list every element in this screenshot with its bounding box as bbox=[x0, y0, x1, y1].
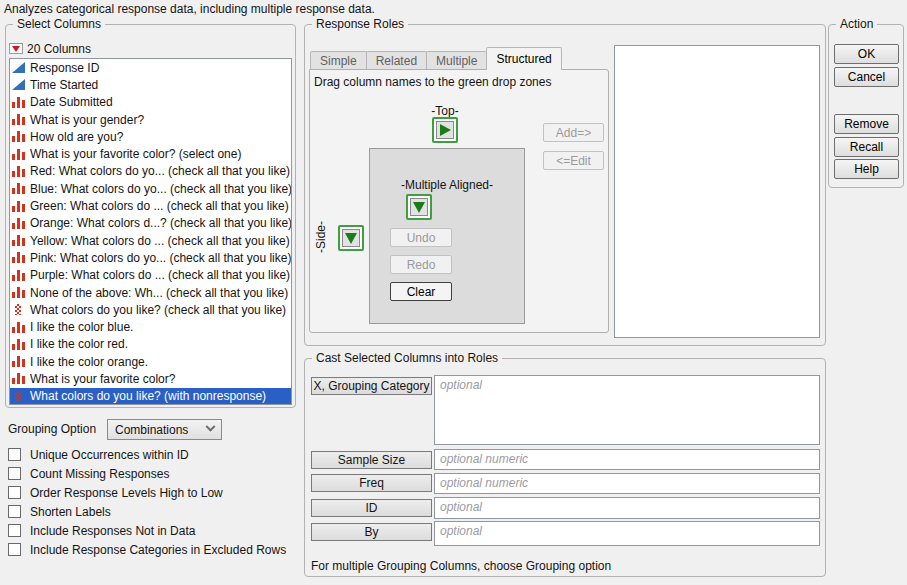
columns-list[interactable]: Response ID Time Started Date Submitted … bbox=[9, 58, 292, 405]
checkbox-row[interactable]: Shorten Labels bbox=[8, 504, 111, 519]
column-item-label: Yellow: What colors do ... (check all th… bbox=[30, 234, 290, 248]
checkbox-row[interactable]: Unique Occurrences within ID bbox=[8, 447, 189, 462]
grouping-option-dropdown[interactable]: Combinations bbox=[107, 419, 222, 440]
checkbox-count-missing[interactable] bbox=[8, 467, 21, 480]
checkbox-include-excluded-rows[interactable] bbox=[8, 543, 21, 556]
action-group: Action OK Cancel Remove Recall Help bbox=[828, 24, 904, 188]
edit-button[interactable]: <=Edit bbox=[543, 151, 604, 170]
checkbox-label: Unique Occurrences within ID bbox=[30, 448, 189, 462]
sample-size-box[interactable]: optional numeric bbox=[434, 449, 820, 470]
checkbox-include-responses[interactable] bbox=[8, 524, 21, 537]
column-item[interactable]: What colors do you like? (check all that… bbox=[10, 301, 291, 318]
multiple-response-icon bbox=[12, 391, 25, 402]
redo-button[interactable]: Redo bbox=[390, 255, 452, 274]
drop-zone-well bbox=[342, 229, 360, 247]
remove-button[interactable]: Remove bbox=[834, 114, 899, 134]
column-item[interactable]: Green: What colors do ... (check all tha… bbox=[10, 197, 291, 214]
nominal-icon bbox=[12, 114, 25, 125]
x-grouping-category-box[interactable]: optional bbox=[434, 375, 820, 445]
cancel-button[interactable]: Cancel bbox=[834, 67, 899, 87]
multiple-aligned-drop-zone[interactable] bbox=[406, 194, 432, 220]
clear-button[interactable]: Clear bbox=[390, 282, 452, 301]
response-roles-tabs: Simple Related Multiple Structured bbox=[310, 47, 562, 70]
tab-structured[interactable]: Structured bbox=[486, 47, 561, 70]
side-drop-zone[interactable] bbox=[338, 225, 364, 251]
column-item[interactable]: Blue: What colors do yo... (check all th… bbox=[10, 180, 291, 197]
action-title: Action bbox=[836, 17, 877, 31]
column-item[interactable]: What is your favorite color? bbox=[10, 370, 291, 387]
nominal-icon bbox=[12, 183, 25, 194]
nominal-icon bbox=[12, 166, 25, 177]
nominal-icon bbox=[12, 149, 25, 160]
tab-simple[interactable]: Simple bbox=[310, 51, 367, 69]
multiple-response-icon bbox=[12, 304, 25, 315]
sample-size-button[interactable]: Sample Size bbox=[311, 451, 432, 469]
response-roles-list[interactable] bbox=[614, 45, 820, 338]
nominal-icon bbox=[12, 201, 25, 212]
ok-button[interactable]: OK bbox=[834, 44, 899, 64]
continuous-icon bbox=[12, 62, 25, 73]
columns-count-label: 20 Columns bbox=[27, 42, 91, 56]
column-item[interactable]: Yellow: What colors do ... (check all th… bbox=[10, 232, 291, 249]
multiple-aligned-zone: -Multiple Aligned- Undo Redo Clear bbox=[369, 148, 525, 324]
checkbox-row[interactable]: Include Responses Not in Data bbox=[8, 523, 195, 538]
nominal-icon bbox=[12, 270, 25, 281]
help-button[interactable]: Help bbox=[834, 159, 899, 179]
tab-label: Simple bbox=[320, 54, 357, 68]
checkbox-row[interactable]: Include Response Categories in Excluded … bbox=[8, 542, 286, 557]
nominal-icon bbox=[12, 97, 25, 108]
grouping-footnote: For multiple Grouping Columns, choose Gr… bbox=[311, 559, 611, 573]
structured-tab-page: Drag column names to the green drop zone… bbox=[309, 69, 609, 333]
multiple-aligned-label: -Multiple Aligned- bbox=[370, 178, 524, 192]
nominal-icon bbox=[12, 252, 25, 263]
freq-button[interactable]: Freq bbox=[311, 474, 432, 492]
column-item[interactable]: What colors do you like? (with nonrespon… bbox=[10, 388, 291, 405]
column-item-label: Blue: What colors do yo... (check all th… bbox=[30, 182, 292, 196]
column-item[interactable]: I like the color orange. bbox=[10, 353, 291, 370]
nominal-icon bbox=[12, 131, 25, 142]
column-item[interactable]: Pink: What colors do yo... (check all th… bbox=[10, 249, 291, 266]
column-item-label: What is your gender? bbox=[30, 113, 144, 127]
undo-button[interactable]: Undo bbox=[390, 228, 452, 247]
tab-multiple[interactable]: Multiple bbox=[426, 51, 487, 69]
recall-button[interactable]: Recall bbox=[834, 137, 899, 157]
tab-related[interactable]: Related bbox=[366, 51, 427, 69]
column-item[interactable]: I like the color blue. bbox=[10, 318, 291, 335]
by-box[interactable]: optional bbox=[434, 521, 820, 546]
top-drop-zone[interactable] bbox=[432, 117, 458, 143]
column-item[interactable]: How old are you? bbox=[10, 128, 291, 145]
response-roles-group: Response Roles Simple Related Multiple S… bbox=[304, 24, 826, 346]
column-item[interactable]: What is your favorite color? (select one… bbox=[10, 145, 291, 162]
column-item[interactable]: Purple: What colors do ... (check all th… bbox=[10, 267, 291, 284]
column-item-label: Purple: What colors do ... (check all th… bbox=[30, 268, 290, 282]
add-button[interactable]: Add=> bbox=[543, 123, 604, 142]
nominal-icon bbox=[12, 322, 25, 333]
freq-box[interactable]: optional numeric bbox=[434, 473, 820, 494]
column-item[interactable]: Red: What colors do yo... (check all tha… bbox=[10, 163, 291, 180]
red-triangle-icon[interactable] bbox=[9, 43, 23, 54]
column-item-label: What colors do you like? (check all that… bbox=[30, 303, 286, 317]
id-box[interactable]: optional bbox=[434, 497, 820, 519]
checkbox-shorten-labels[interactable] bbox=[8, 505, 21, 518]
column-item[interactable]: Date Submitted bbox=[10, 94, 291, 111]
nominal-icon bbox=[12, 218, 25, 229]
column-item[interactable]: I like the color red. bbox=[10, 336, 291, 353]
column-item[interactable]: Orange: What colors d...? (check all tha… bbox=[10, 215, 291, 232]
column-item[interactable]: Time Started bbox=[10, 76, 291, 93]
checkbox-order-response-levels[interactable] bbox=[8, 486, 21, 499]
checkbox-unique-occurrences[interactable] bbox=[8, 448, 21, 461]
column-item[interactable]: None of the above: Wh... (check all that… bbox=[10, 284, 291, 301]
id-button[interactable]: ID bbox=[311, 499, 432, 517]
checkbox-label: Count Missing Responses bbox=[30, 467, 169, 481]
select-columns-group: Select Columns 20 Columns Response ID Ti… bbox=[5, 24, 296, 408]
by-button[interactable]: By bbox=[311, 523, 432, 541]
continuous-icon bbox=[12, 79, 25, 90]
checkbox-row[interactable]: Order Response Levels High to Low bbox=[8, 485, 223, 500]
checkbox-row[interactable]: Count Missing Responses bbox=[8, 466, 169, 481]
column-item[interactable]: What is your gender? bbox=[10, 111, 291, 128]
column-item-label: Orange: What colors d...? (check all tha… bbox=[30, 216, 292, 230]
placeholder-text: optional bbox=[440, 500, 482, 514]
column-item[interactable]: Response ID bbox=[10, 59, 291, 76]
x-grouping-category-button[interactable]: X, Grouping Category bbox=[311, 377, 432, 395]
response-roles-title: Response Roles bbox=[312, 17, 408, 31]
